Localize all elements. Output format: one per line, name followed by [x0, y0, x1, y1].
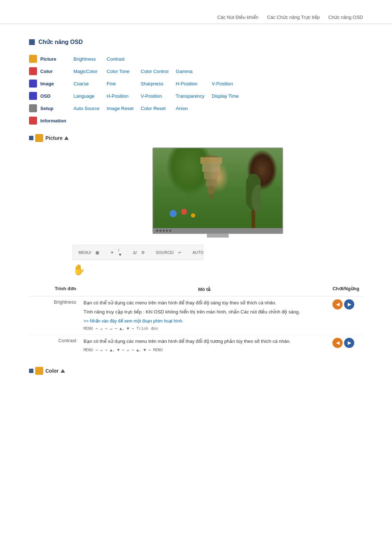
- picture-brightness[interactable]: Brightness: [74, 53, 107, 65]
- svg-point-11: [181, 209, 187, 215]
- nav-osd-functions[interactable]: Chức năng OSD: [328, 15, 363, 20]
- category-information[interactable]: Information: [40, 118, 66, 123]
- category-setup[interactable]: Setup: [40, 106, 53, 111]
- btn-space4: [186, 250, 188, 255]
- menu-row-information: Information: [29, 114, 246, 127]
- color-header-square: [29, 369, 33, 373]
- top-navigation: Các Nút Điều khiển Các Chức năng Trực ti…: [0, 0, 392, 24]
- main-content: Chức năng OSD Picture Brightness Contras…: [0, 24, 392, 391]
- image-icon: [29, 80, 37, 88]
- color-collapse-triangle[interactable]: [61, 369, 65, 373]
- picture-contrast[interactable]: Contrast: [107, 53, 141, 65]
- contrast-next-btn[interactable]: ▶: [344, 338, 354, 348]
- menu-row-color: Color MagicColor Color Tone Color Contro…: [29, 65, 246, 77]
- menu-row-setup: Setup Auto Source Image Reset Color Rese…: [29, 102, 246, 114]
- btn-enter-icon: ↵: [178, 250, 181, 255]
- image-coarse[interactable]: Coarse: [74, 77, 107, 90]
- color-subsection-header: Color: [29, 367, 363, 375]
- category-osd[interactable]: OSD: [40, 93, 50, 99]
- category-osd-cell: OSD: [29, 90, 74, 102]
- ctrl-dot-3: [163, 230, 165, 232]
- contrast-desc: Bạn có thể sử dụng các menu trên màn hìn…: [80, 335, 329, 356]
- monitor-container: [73, 147, 363, 238]
- picture-collapse-triangle[interactable]: [64, 136, 69, 140]
- ctrl-dot-2: [159, 230, 162, 232]
- lanterns-graphic: [168, 206, 197, 221]
- nav-direct-functions[interactable]: Các Chức năng Trực tiếp: [267, 15, 320, 20]
- color-control[interactable]: Color Control: [141, 65, 176, 77]
- btn-updown-label: /▼: [118, 248, 122, 257]
- brightness-desc1: Bạn có thể sử dụng các menu trên màn hìn…: [83, 299, 325, 307]
- osd-title-text: Chức năng OSD: [38, 39, 83, 45]
- osd-title-icon: [29, 39, 35, 45]
- btn-menu-label: MENU/: [78, 250, 91, 255]
- category-picture-cell: Picture: [29, 53, 74, 65]
- nav-control-buttons[interactable]: Các Nút Điều khiển: [217, 15, 258, 20]
- tree-graphic: [246, 170, 261, 228]
- svg-point-12: [191, 213, 195, 218]
- picture-subsection-header: Picture: [29, 134, 363, 142]
- picture-header-square: [29, 136, 33, 140]
- btn-source-label: SOURCE/: [156, 250, 174, 255]
- monitor-frame: [152, 147, 283, 238]
- content-row-contrast: Contrast Bạn có thể sử dụng các menu trê…: [29, 335, 363, 356]
- brightness-next-btn[interactable]: ▶: [344, 299, 354, 309]
- brightness-label: Brightness: [29, 296, 80, 335]
- osd-language[interactable]: Language: [74, 90, 107, 102]
- osd-hposition[interactable]: H-Position: [107, 90, 141, 102]
- setup-autosource[interactable]: Auto Source: [74, 102, 107, 114]
- category-image[interactable]: Image: [40, 81, 54, 86]
- content-table-header-row: Trình đơn Mô tả Chơi/Ngừng: [29, 283, 363, 296]
- contrast-label: Contrast: [29, 335, 80, 356]
- osd-transparency[interactable]: Transparency: [176, 90, 212, 102]
- image-hposition[interactable]: H-Position: [176, 77, 212, 90]
- btn-adjust-icon: ☀: [110, 250, 114, 255]
- button-panel: MENU/ ▦ ☀ /▼ Δ/ ⚙ SOURCE/ ↵ AUTO: [73, 245, 203, 260]
- category-color[interactable]: Color: [40, 69, 53, 74]
- osd-vposition[interactable]: V-Position: [141, 90, 176, 102]
- ctrl-dot-1: [156, 230, 158, 232]
- btn-auto-label: AUTO: [192, 250, 203, 255]
- brightness-desc: Bạn có thể sử dụng các menu trên màn hìn…: [80, 296, 329, 335]
- btn-delta-label: Δ/: [133, 250, 137, 255]
- contrast-btn-group: ◀ ▶: [332, 338, 359, 348]
- color-header-icon: [35, 367, 43, 375]
- brightness-link[interactable]: >> Nhấn vào đây để xem một đoạn phim hoạ…: [83, 318, 325, 324]
- setup-colorreset[interactable]: Color Reset: [141, 102, 176, 114]
- svg-rect-5: [200, 157, 222, 164]
- setup-anion[interactable]: Anion: [176, 102, 212, 114]
- brightness-path: MENU → ↵ → ↵ → ▲, ▼ → Trình đơn: [83, 326, 325, 332]
- color-section: Color: [29, 367, 363, 375]
- osd-menu-table: Picture Brightness Contrast Color MagicC…: [29, 53, 246, 127]
- hand-cursor-icon: ✋: [73, 264, 363, 276]
- category-setup-cell: Setup: [29, 102, 74, 114]
- col-header-action: Chơi/Ngừng: [329, 283, 363, 296]
- category-info-cell: Information: [29, 114, 74, 127]
- image-vposition[interactable]: V-Position: [212, 77, 246, 90]
- osd-section-title: Chức năng OSD: [29, 39, 363, 45]
- col-header-menu: Trình đơn: [29, 283, 80, 296]
- btn-space2: [126, 250, 128, 255]
- svg-rect-4: [202, 163, 220, 172]
- monitor-base: [207, 234, 229, 238]
- color-magiccolor[interactable]: MagicColor: [74, 65, 107, 77]
- ctrl-dot-5: [169, 230, 171, 232]
- brightness-btn-group: ◀ ▶: [332, 299, 359, 309]
- color-header-title: Color: [45, 368, 59, 374]
- picture-header-icon: [35, 134, 43, 142]
- contrast-prev-btn[interactable]: ◀: [332, 338, 343, 348]
- image-sharpness[interactable]: Sharpness: [141, 77, 176, 90]
- btn-settings-icon: ⚙: [141, 250, 145, 255]
- setup-imagereset[interactable]: Image Reset: [107, 102, 141, 114]
- setup-icon: [29, 104, 37, 112]
- osd-icon: [29, 92, 37, 100]
- color-gamma[interactable]: Gamma: [176, 65, 212, 77]
- category-picture[interactable]: Picture: [40, 56, 56, 62]
- btn-space3: [149, 250, 151, 255]
- svg-marker-6: [200, 155, 222, 157]
- color-tone[interactable]: Color Tone: [107, 65, 141, 77]
- image-fine[interactable]: Fine: [107, 77, 141, 90]
- brightness-prev-btn[interactable]: ◀: [332, 299, 343, 309]
- btn-space: [103, 250, 106, 255]
- osd-displaytime[interactable]: Display Time: [212, 90, 246, 102]
